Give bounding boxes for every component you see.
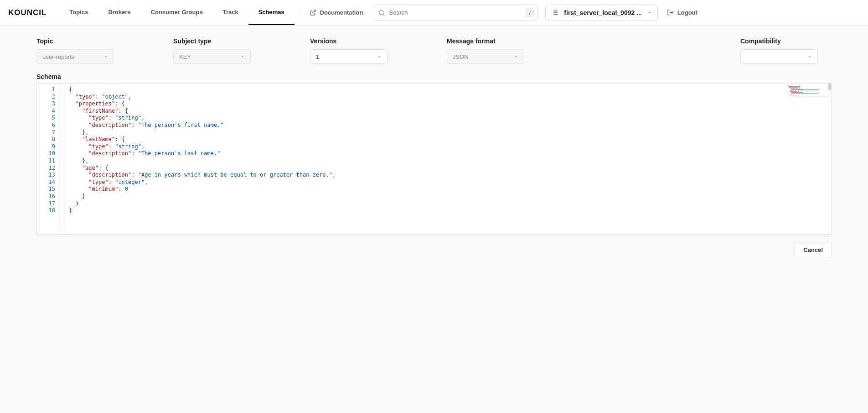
search-icon — [378, 9, 385, 16]
search-input[interactable] — [389, 9, 526, 16]
filters-row: Topic user-reports Subject type KEY Vers… — [36, 37, 832, 64]
versions-select[interactable]: 1 — [310, 49, 388, 64]
filter-compat-label: Compatibility — [740, 37, 832, 45]
filter-subject-type: Subject type KEY — [173, 37, 310, 64]
documentation-label: Documentation — [320, 9, 363, 16]
nav-separator — [302, 7, 302, 18]
search-shortcut: / — [526, 9, 534, 17]
topic-select[interactable]: user-reports — [36, 49, 114, 64]
minimap[interactable] — [787, 85, 828, 97]
search-box[interactable]: / — [374, 5, 538, 21]
svg-line-2 — [383, 14, 384, 16]
actions-row: Cancel — [36, 242, 832, 257]
chevron-down-icon — [377, 54, 382, 59]
schema-editor[interactable]: 123456789101112131415161718 { "type": "o… — [36, 83, 832, 235]
nav-track[interactable]: Track — [213, 0, 248, 25]
chevron-down-icon — [807, 54, 812, 59]
svg-line-0 — [312, 10, 315, 13]
chevron-down-icon — [103, 54, 108, 59]
filter-format-label: Message format — [447, 37, 584, 45]
main-nav: Topics Brokers Consumer Groups Track Sch… — [59, 0, 294, 25]
nav-topics[interactable]: Topics — [59, 0, 98, 25]
documentation-link[interactable]: Documentation — [310, 9, 363, 16]
subject-type-select[interactable]: KEY — [173, 49, 251, 64]
code-area[interactable]: { "type": "object", "properties": { "fir… — [65, 84, 831, 234]
server-selector[interactable]: first_server_local_9092 ... — [545, 5, 657, 21]
external-link-icon — [310, 9, 316, 16]
logout-button[interactable]: Logout — [667, 9, 698, 16]
fold-ruler — [59, 84, 65, 234]
chevron-down-icon — [514, 54, 518, 59]
topic-value: user-reports — [42, 53, 74, 60]
editor-scrollbar[interactable] — [828, 84, 831, 90]
format-value: JSON — [453, 53, 469, 60]
logo: KOUNCIL — [8, 8, 46, 17]
svg-point-1 — [379, 10, 383, 14]
header: KOUNCIL Topics Brokers Consumer Groups T… — [0, 0, 868, 26]
schema-label: Schema — [36, 73, 832, 80]
filter-compatibility: Compatibility — [740, 37, 832, 64]
filter-versions: Versions 1 — [310, 37, 447, 64]
filter-versions-label: Versions — [310, 37, 447, 45]
versions-value: 1 — [316, 53, 319, 60]
nav-brokers[interactable]: Brokers — [98, 0, 140, 25]
filter-topic-label: Topic — [36, 37, 173, 45]
format-select[interactable]: JSON — [447, 49, 524, 64]
server-label: first_server_local_9092 ... — [564, 9, 641, 16]
content: Topic user-reports Subject type KEY Vers… — [0, 26, 868, 269]
cancel-button[interactable]: Cancel — [795, 242, 832, 257]
nav-schemas[interactable]: Schemas — [248, 0, 294, 25]
compatibility-select[interactable] — [740, 49, 818, 64]
subject-type-value: KEY — [179, 53, 191, 60]
chevron-down-icon — [647, 10, 652, 15]
chevron-down-icon — [240, 54, 245, 59]
filter-subject-label: Subject type — [173, 37, 310, 45]
filter-message-format: Message format JSON — [447, 37, 584, 64]
filter-topic: Topic user-reports — [36, 37, 173, 64]
logout-icon — [667, 9, 674, 16]
list-icon — [551, 9, 558, 16]
line-gutter: 123456789101112131415161718 — [37, 84, 59, 234]
logout-label: Logout — [677, 9, 698, 16]
nav-consumer-groups[interactable]: Consumer Groups — [141, 0, 213, 25]
